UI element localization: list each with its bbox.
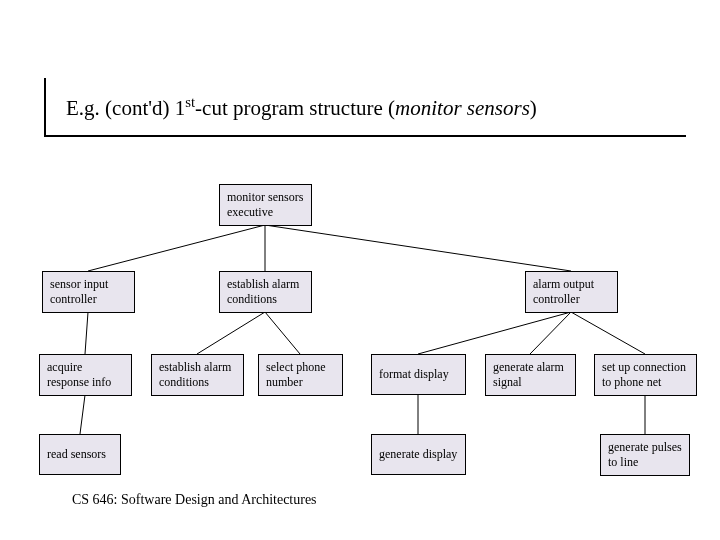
svg-line-2 <box>265 225 571 271</box>
box-alarm-output-controller: alarm output controller <box>525 271 618 313</box>
box-setup-connection-phone-net: set up connection to phone net <box>594 354 697 396</box>
box-generate-alarm-signal: generate alarm signal <box>485 354 576 396</box>
svg-line-3 <box>85 312 88 354</box>
svg-line-9 <box>80 395 85 434</box>
svg-line-7 <box>530 312 571 354</box>
box-generate-display: generate display <box>371 434 466 475</box>
svg-line-5 <box>265 312 300 354</box>
slide-footer: CS 646: Software Design and Architecture… <box>72 492 317 508</box>
box-establish-alarm-conditions-2: establish alarm conditions <box>151 354 244 396</box>
box-acquire-response-info: acquire response info <box>39 354 132 396</box>
box-read-sensors: read sensors <box>39 434 121 475</box>
svg-line-0 <box>88 225 265 271</box>
box-sensor-input-controller: sensor input controller <box>42 271 135 313</box>
svg-line-6 <box>418 312 571 354</box>
box-establish-alarm-conditions: establish alarm conditions <box>219 271 312 313</box>
box-generate-pulses-to-line: generate pulses to line <box>600 434 690 476</box>
box-monitor-sensors-executive: monitor sensors executive <box>219 184 312 226</box>
box-format-display: format display <box>371 354 466 395</box>
svg-line-8 <box>571 312 645 354</box>
slide-title-frame: E.g. (cont'd) 1st-cut program structure … <box>44 78 686 137</box>
slide-title: E.g. (cont'd) 1st-cut program structure … <box>46 78 686 137</box>
svg-line-4 <box>197 312 265 354</box>
box-select-phone-number: select phone number <box>258 354 343 396</box>
